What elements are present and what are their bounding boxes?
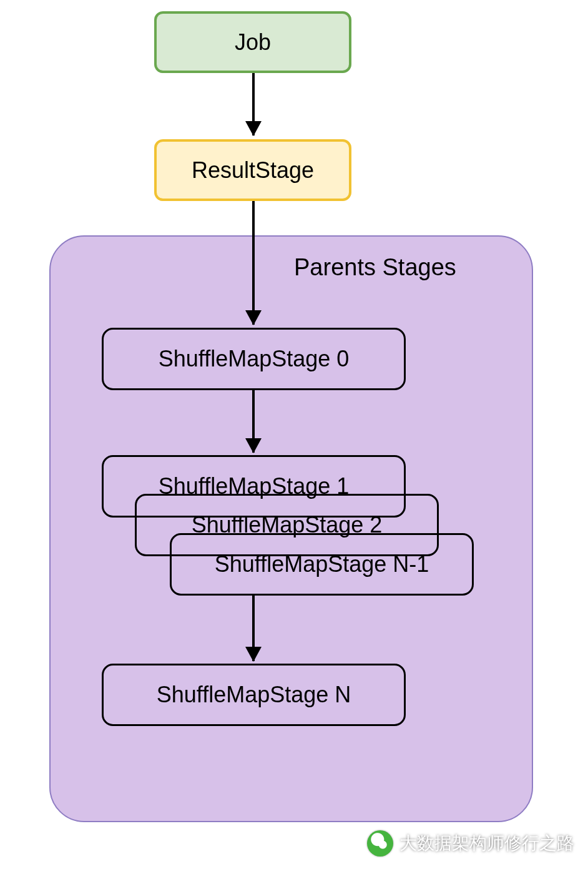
arrow-sms0-to-sms1 (252, 390, 255, 453)
wechat-icon (367, 830, 393, 857)
result-stage-node: ResultStage (154, 139, 351, 201)
shuffle-map-stage-n: ShuffleMapStage N (102, 664, 406, 726)
shuffle-map-stage-0: ShuffleMapStage 0 (102, 328, 406, 390)
arrow-job-to-result (252, 73, 255, 135)
watermark: 大数据架构师修行之路 (367, 830, 574, 857)
shuffle-map-stage-n-1: ShuffleMapStage N-1 (170, 533, 474, 596)
watermark-text: 大数据架构师修行之路 (399, 832, 574, 855)
arrow-smsn1-to-smsn (252, 596, 255, 661)
arrow-result-to-sms0 (252, 201, 255, 325)
job-node: Job (154, 11, 351, 73)
parents-stages-label: Parents Stages (294, 254, 456, 281)
